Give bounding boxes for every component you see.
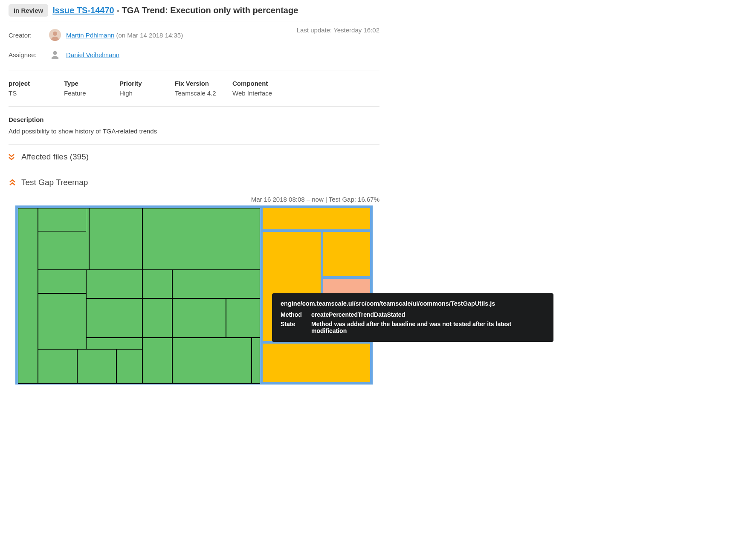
treemap-cell[interactable] [172,338,252,384]
field-component: Component Web Interface [232,80,288,97]
treemap-cell[interactable] [142,208,260,270]
creator-link[interactable]: Martin Pöhlmann [66,32,114,39]
creator-avatar[interactable] [49,29,61,41]
treemap-cell[interactable] [226,298,260,338]
treemap-cell[interactable] [116,349,142,384]
assignee-avatar-placeholder[interactable] [49,49,61,61]
treemap-cell[interactable] [89,208,142,270]
field-fix-version-value: Teamscale 4.2 [175,90,224,97]
fields-row: project TS Type Feature Priority High Fi… [9,70,379,107]
test-gap-label: Test Gap Treemap [21,178,88,187]
treemap-cell[interactable] [172,298,226,338]
field-priority: Priority High [119,80,166,97]
treemap-cell[interactable] [86,270,142,298]
assignee-row: Assignee: Daniel Veihelmann [9,49,379,61]
field-component-value: Web Interface [232,90,288,97]
treemap-cell[interactable] [18,208,38,384]
svg-point-1 [53,32,57,36]
treemap-cell[interactable] [38,270,86,293]
treemap-cell[interactable] [142,338,172,384]
creator-label: Creator: [9,32,49,39]
issue-meta: Last update: Yesterday 16:02 Creator: Ma… [9,21,379,70]
svg-point-3 [53,51,57,55]
test-gap-header[interactable]: Test Gap Treemap [9,165,379,191]
treemap-cell[interactable] [142,298,172,338]
treemap-cell[interactable] [77,349,116,384]
field-project-label: project [9,80,55,87]
treemap-cell[interactable] [38,293,86,349]
treemap-cell[interactable] [86,298,142,338]
treemap-caption: Mar 16 2018 08:08 – now | Test Gap: 16.6… [9,196,379,203]
affected-files-label: Affected files (395) [21,152,89,162]
tooltip-method-value: createPercentedTrendDataStated [311,311,405,318]
field-type-value: Feature [64,90,111,97]
field-fix-version-label: Fix Version [175,80,224,87]
tooltip-state-value: Method was added after the baseline and … [311,321,545,334]
description-section: Description Add possibility to show hist… [9,107,379,145]
field-project-value: TS [9,90,55,97]
issue-id-link[interactable]: Issue TS-14470 [52,6,114,15]
treemap-cell[interactable] [142,270,172,298]
field-component-label: Component [232,80,288,87]
assignee-link[interactable]: Daniel Veihelmann [66,51,119,58]
svg-point-4 [52,56,59,59]
assignee-label: Assignee: [9,51,49,58]
treemap-cell[interactable] [252,338,260,384]
treemap-cell[interactable] [262,207,371,230]
field-type-label: Type [64,80,111,87]
treemap-cell[interactable] [86,338,142,349]
issue-header: In Review Issue TS-14470 - TGA Trend: Ex… [9,4,379,21]
description-text: Add possibility to show history of TGA-r… [9,127,379,135]
tooltip-state-label: State [281,321,311,334]
treemap-cell[interactable] [322,231,371,277]
treemap-cell[interactable] [38,349,77,384]
last-update: Last update: Yesterday 16:02 [297,26,379,34]
title-separator: - [114,6,122,15]
description-label: Description [9,116,379,123]
treemap-cell[interactable] [262,343,371,383]
chevron-down-icon [9,153,15,160]
field-type: Type Feature [64,80,111,97]
tooltip-method-label: Method [281,311,311,318]
tooltip-path: engine/com.teamscale.ui/src/com/teamscal… [281,300,545,307]
field-project: project TS [9,80,55,97]
issue-title: Issue TS-14470 - TGA Trend: Execution on… [52,6,298,15]
status-badge: In Review [9,4,48,17]
treemap-cell[interactable] [38,208,86,231]
field-priority-label: Priority [119,80,166,87]
affected-files-header[interactable]: Affected files (395) [9,145,379,165]
field-priority-value: High [119,90,166,97]
treemap-tooltip: engine/com.teamscale.ui/src/com/teamscal… [272,293,553,342]
issue-title-text: TGA Trend: Execution only with percentag… [122,6,298,15]
field-fix-version: Fix Version Teamscale 4.2 [175,80,224,97]
treemap-green-group [17,207,260,383]
treemap-cell[interactable] [172,270,260,298]
chevron-up-icon [9,179,15,186]
creator-date: (on Mar 14 2018 14:35) [116,32,183,39]
